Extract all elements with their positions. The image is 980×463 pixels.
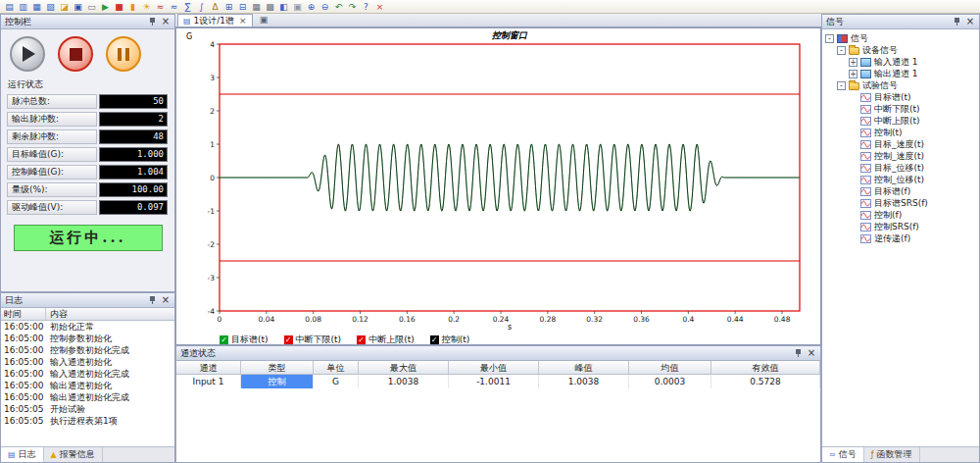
tree-item[interactable]: 目标谱(f) (822, 185, 979, 197)
tree-item[interactable]: -设备信号 (822, 44, 979, 56)
settings-icon[interactable]: ☀ (140, 1, 153, 13)
table-view-icon[interactable]: ▦ (250, 1, 263, 13)
pin-icon[interactable] (953, 17, 961, 26)
undo-icon[interactable]: ↶ (332, 1, 345, 13)
wave-icon (860, 211, 871, 220)
pin-icon[interactable] (794, 348, 803, 358)
legend-label: 中断下限(t) (296, 334, 342, 346)
pin-icon[interactable] (148, 17, 157, 26)
snapshot-icon[interactable]: ▣ (258, 14, 270, 26)
tree-item[interactable]: 目标谱SRS(f) (822, 197, 979, 209)
svg-text:-2: -2 (208, 240, 216, 249)
pause-button[interactable] (106, 36, 141, 72)
transfer-icon[interactable]: ∫ (195, 1, 208, 13)
tree-item[interactable]: 中断上限(t) (822, 115, 979, 127)
stop-button[interactable] (58, 36, 93, 72)
time-signal-icon[interactable]: ≈ (154, 1, 167, 13)
tree-item[interactable]: 控制SRS(f) (822, 221, 979, 232)
close-icon[interactable]: × (807, 348, 816, 358)
svg-text:-1: -1 (208, 207, 216, 216)
close-icon[interactable]: × (965, 17, 975, 26)
tree-item[interactable]: 目标_位移(t) (822, 162, 979, 174)
document-tab[interactable]: ▤ 1设计/1谱 × (177, 14, 253, 26)
save-icon[interactable]: ▦ (30, 1, 43, 13)
log-time: 16:05:00 (1, 356, 46, 368)
tree-item[interactable]: 控制_位移(t) (822, 174, 979, 185)
redo-icon[interactable]: ↷ (346, 1, 359, 13)
start-test-icon[interactable]: ▶ (99, 1, 112, 13)
signal-panel: 信号 × -信号-设备信号+输入通道 1+输出通道 1-试验信号目标谱(t)中断… (821, 14, 980, 463)
tab-signal[interactable]: ≈ 信号 (822, 447, 864, 462)
tree-item[interactable]: 中断下限(t) (822, 103, 979, 115)
pause-test-icon[interactable]: ▮ (126, 1, 139, 13)
stop-test-icon[interactable]: ■ (113, 1, 125, 13)
tree-item[interactable]: 控制(t) (822, 127, 979, 138)
layout-single-icon[interactable]: ⊟ (236, 1, 249, 13)
spectrum-icon[interactable]: ∑ (181, 1, 194, 13)
pin-icon[interactable] (148, 295, 157, 305)
close-icon[interactable]: × (161, 295, 171, 305)
expander-icon[interactable]: + (849, 70, 858, 78)
svg-text:0.32: 0.32 (586, 315, 603, 324)
tree-item[interactable]: +输出通道 1 (822, 68, 979, 79)
tree-item[interactable]: -信号 (822, 32, 979, 44)
log-message: 开始试验 (46, 403, 174, 415)
new-icon[interactable]: ▤ (3, 1, 16, 13)
window-split-icon[interactable]: ◧ (277, 1, 290, 13)
expander-icon[interactable]: - (837, 81, 846, 90)
wave-icon (860, 187, 871, 196)
tree-item[interactable]: 目标_速度(t) (822, 138, 979, 150)
log-row: 16:05:00控制参数初始化 (1, 333, 174, 344)
signal-panel-titlebar: 信号 × (822, 15, 979, 29)
signal-icon: ≈ (829, 450, 836, 459)
log-message: 控制参数初始化 (46, 333, 174, 344)
tree-item[interactable]: 控制_速度(t) (822, 150, 979, 162)
tree-item[interactable]: 逆传递(f) (822, 232, 979, 244)
open-icon[interactable]: ▥ (17, 1, 29, 13)
svg-text:0.36: 0.36 (633, 315, 650, 324)
camera-icon[interactable]: ▣ (291, 1, 304, 13)
tree-item[interactable]: +输入通道 1 (822, 56, 979, 68)
column-header: 有效值 (711, 361, 820, 375)
legend-checkbox[interactable]: ✓ (284, 335, 293, 344)
wave-icon (860, 152, 871, 161)
folder-icon (849, 47, 859, 55)
delta-icon[interactable]: Δ (209, 1, 221, 13)
tab-function-manager[interactable]: ƒ 函数管理 (864, 447, 920, 462)
disk-icon[interactable]: ▣ (72, 1, 84, 13)
help-icon[interactable]: ? (360, 1, 372, 13)
report-icon[interactable]: ▩ (264, 1, 276, 13)
legend-checkbox[interactable]: ✓ (430, 335, 439, 344)
expander-icon[interactable]: - (825, 34, 834, 43)
tree-item[interactable]: -试验信号 (822, 79, 979, 91)
legend-checkbox[interactable]: ✓ (357, 335, 366, 344)
tree-item[interactable]: 目标谱(t) (822, 91, 979, 103)
folder-icon[interactable]: ◪ (58, 1, 71, 13)
stop-icon (70, 48, 82, 61)
tab-alarm-info[interactable]: ▲ 报警信息 (44, 447, 103, 462)
log-row: 16:05:05开始试验 (1, 403, 174, 415)
print-icon[interactable]: ▭ (85, 1, 98, 13)
status-field-label: 输出脉冲数: (7, 112, 97, 127)
folder-icon (849, 82, 859, 90)
wave-icon (860, 117, 871, 126)
tree-item[interactable]: 控制(f) (822, 209, 979, 221)
save-all-icon[interactable]: ▧ (44, 1, 57, 13)
expander-icon[interactable]: - (837, 46, 846, 55)
zoom-in-icon[interactable]: ⊕ (305, 1, 318, 13)
start-button[interactable] (10, 36, 45, 72)
freq-signal-icon[interactable]: ≈ (168, 1, 180, 13)
tab-close-icon[interactable]: × (239, 16, 247, 26)
legend-checkbox[interactable]: ✓ (220, 335, 228, 344)
log-time: 16:05:05 (1, 403, 46, 415)
exit-icon[interactable]: × (373, 1, 386, 13)
channel-row[interactable]: Input 1控制G1.0038-1.00111.00380.00030.572… (176, 375, 820, 388)
log-rows: 16:05:00初始化正常16:05:00控制参数初始化16:05:00控制参数… (1, 321, 174, 446)
tab-log[interactable]: ▤ 日志 (1, 447, 44, 462)
function-icon: ƒ (871, 450, 874, 459)
svg-text:0.16: 0.16 (399, 315, 416, 324)
layout-grid-icon[interactable]: ⊞ (222, 1, 235, 13)
zoom-out-icon[interactable]: ⊖ (318, 1, 331, 13)
close-icon[interactable]: × (161, 17, 171, 26)
expander-icon[interactable]: + (849, 58, 858, 67)
